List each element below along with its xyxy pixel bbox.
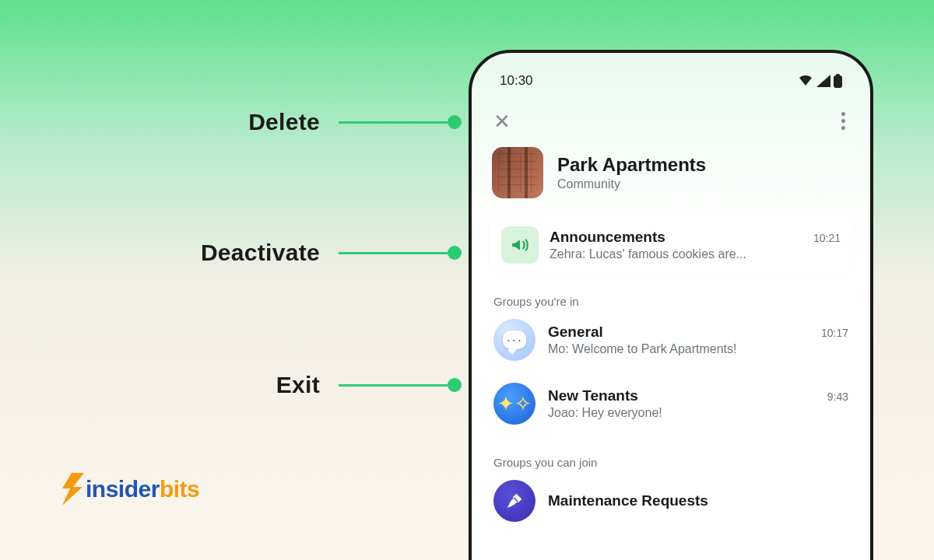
status-time: 10:30 <box>500 73 533 89</box>
group-row-new-tenants[interactable]: ✦✧ New Tenants 9:43 Joao: Hey everyone! <box>489 372 853 436</box>
brand-text: insiderbits <box>86 476 199 502</box>
svg-marker-0 <box>62 473 84 506</box>
brand-text-part2: bits <box>160 476 199 502</box>
lightning-arrow-icon <box>58 471 89 507</box>
phone-mockup: 10:30 ✕ Park Apartments Community <box>469 50 873 560</box>
status-icons <box>798 74 842 88</box>
action-exit-label: Exit <box>276 372 320 398</box>
community-avatar <box>492 147 543 198</box>
svg-rect-2 <box>836 74 840 76</box>
signal-icon <box>816 75 830 87</box>
svg-rect-1 <box>834 75 842 88</box>
announcements-card[interactable]: Announcements 10:21 Zehra: Lucas' famous… <box>489 215 853 275</box>
action-deactivate-label: Deactivate <box>201 240 320 266</box>
sparkles-avatar-icon: ✦✧ <box>493 383 535 425</box>
group-time: 10:17 <box>821 327 848 339</box>
megaphone-icon <box>501 226 539 264</box>
group-row-maintenance[interactable]: Maintenance Requests <box>489 469 853 533</box>
group-time: 9:43 <box>827 390 848 403</box>
action-delete-label: Delete <box>248 109 320 135</box>
tools-avatar-icon <box>493 480 535 522</box>
section-groups-join: Groups you can join <box>489 456 853 469</box>
group-row-general[interactable]: General 10:17 Mo: Welcome to Park Apartm… <box>489 308 853 372</box>
brand-logo: insiderbits <box>58 471 199 507</box>
connector-line <box>339 384 448 387</box>
announcements-preview: Zehra: Lucas' famous cookies are... <box>550 247 841 261</box>
status-bar: 10:30 <box>489 70 853 92</box>
brand-text-part1: insider <box>86 476 160 502</box>
community-title-block: Park Apartments Community <box>557 154 706 191</box>
screen-header: ✕ <box>489 109 853 133</box>
section-groups-in: Groups you're in <box>489 295 853 308</box>
group-title: Maintenance Requests <box>548 492 708 509</box>
wifi-icon <box>798 75 813 87</box>
connector-line <box>339 121 448 124</box>
action-deactivate: Deactivate <box>201 240 448 266</box>
more-options-icon[interactable] <box>838 109 848 133</box>
action-delete: Delete <box>248 109 448 135</box>
group-title: New Tenants <box>548 387 638 404</box>
announcements-title: Announcements <box>550 229 665 246</box>
group-preview: Joao: Hey everyone! <box>548 406 848 420</box>
announcements-time: 10:21 <box>813 232 841 244</box>
community-name: Park Apartments <box>557 154 706 176</box>
chat-avatar-icon <box>493 319 535 361</box>
community-header[interactable]: Park Apartments Community <box>489 147 853 198</box>
close-icon[interactable]: ✕ <box>493 111 511 131</box>
action-exit: Exit <box>276 372 448 398</box>
group-title: General <box>548 324 603 341</box>
connector-line <box>339 252 448 254</box>
community-subtitle: Community <box>557 177 706 191</box>
battery-icon <box>834 74 842 88</box>
group-preview: Mo: Welcome to Park Apartments! <box>548 342 848 356</box>
